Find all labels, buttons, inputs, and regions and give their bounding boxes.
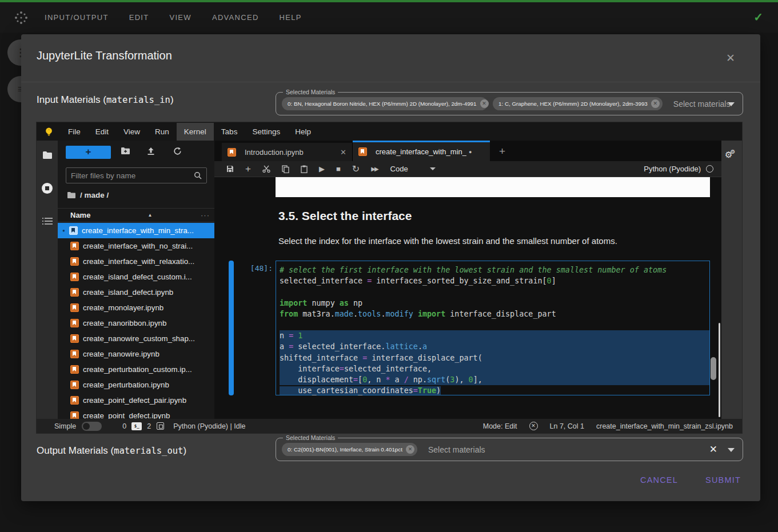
output-dropdown-caret-icon[interactable]	[728, 448, 735, 452]
app-menu-item-edit[interactable]: EDIT	[129, 13, 149, 22]
input-dropdown-caret-icon[interactable]	[728, 102, 735, 106]
notebook-file-icon	[70, 396, 79, 405]
tab-close-icon[interactable]: ✕	[336, 148, 346, 157]
restart-run-all-icon[interactable]: ▶▶	[371, 166, 377, 172]
cancel-button[interactable]: CANCEL	[639, 472, 679, 488]
file-row[interactable]: create_monolayer.ipynb	[58, 300, 214, 315]
simple-mode-toggle[interactable]	[82, 422, 102, 431]
add-tab-button[interactable]: +	[493, 145, 511, 161]
chip-remove-icon[interactable]: ✕	[406, 445, 414, 454]
execution-count: [48]:	[236, 264, 273, 273]
output-materials-label: Output Materials (materials_out)	[37, 445, 186, 457]
refresh-icon[interactable]	[173, 147, 182, 158]
table-of-contents-tab-icon[interactable]	[37, 217, 58, 227]
cell-collapser[interactable]	[229, 261, 234, 395]
file-row[interactable]: create_island_defect_custom.i...	[58, 269, 214, 285]
jupyter-menu-edit[interactable]: Edit	[88, 123, 116, 141]
save-icon[interactable]	[226, 165, 234, 173]
file-browser-tab-icon[interactable]	[37, 151, 58, 162]
file-row[interactable]: create_point_defect_pair.ipynb	[58, 393, 214, 408]
copy-cell-icon[interactable]	[282, 165, 289, 173]
add-cell-icon[interactable]: +	[245, 163, 251, 175]
jupyter-menu-kernel[interactable]: Kernel	[177, 123, 214, 141]
run-cell-icon[interactable]: ▶	[319, 165, 325, 173]
filter-files-input[interactable]: Filter files by name	[66, 167, 207, 183]
file-row[interactable]: create_nanoribbon.ipynb	[58, 315, 214, 331]
file-name: create_perturbation.ipynb	[83, 381, 169, 389]
code-line: displacement=[0, n * a / np.sqrt(3), 0],	[280, 374, 709, 385]
notebook-file-icon	[70, 303, 79, 312]
new-launcher-button[interactable]: +	[66, 146, 111, 159]
tab-introduction[interactable]: Introduction.ipynb ✕	[222, 143, 353, 161]
settings-gears-icon[interactable]: ⚙⚙	[725, 150, 737, 160]
dialog-footer: CANCEL SUBMIT	[21, 472, 742, 488]
jupyter-menu-tabs[interactable]: Tabs	[214, 123, 245, 141]
file-row[interactable]: create_point_defect.ipynb	[58, 408, 214, 419]
jupyter-menu-run[interactable]: Run	[147, 123, 177, 141]
notebook-file-icon	[70, 411, 79, 419]
header-more-icon[interactable]: ···	[201, 211, 210, 219]
output-materials-select[interactable]: Selected Materials 0: C2(001)-BN(001), I…	[276, 438, 743, 461]
section-heading: 3.5. Select the interface	[278, 209, 412, 223]
terminal-icon[interactable]: $_	[131, 422, 142, 430]
cursor-position[interactable]: Ln 7, Col 1	[550, 422, 584, 430]
chip-remove-icon[interactable]: ✕	[651, 99, 660, 108]
app-menu-item-help[interactable]: HELP	[280, 13, 302, 22]
app-logo-icon[interactable]	[14, 10, 29, 25]
trust-indicator-icon[interactable]: ✕	[529, 422, 538, 430]
dialog-close-icon[interactable]: ✕	[723, 51, 738, 66]
chip-remove-icon[interactable]: ✕	[480, 99, 489, 108]
selected-text: use_cartesian_coordinates=True)	[280, 386, 441, 395]
code-line: a = selected_interface.lattice.a	[280, 341, 709, 352]
restart-kernel-icon[interactable]: ↻	[352, 163, 360, 174]
app-menu-item-input-output[interactable]: INPUT/OUTPUT	[45, 13, 109, 22]
jupyter-menu-view[interactable]: View	[116, 123, 147, 141]
code-cell-editor[interactable]: # select the first interface with the lo…	[276, 261, 710, 395]
kernel-status-icon[interactable]	[706, 165, 713, 173]
filter-placeholder: Filter files by name	[71, 171, 194, 180]
paste-cell-icon[interactable]	[301, 165, 308, 173]
upload-icon[interactable]	[147, 147, 155, 158]
kernel-chip-icon[interactable]	[157, 422, 164, 430]
file-name: create_interface_with_relaxatio...	[83, 257, 194, 266]
output-select-placeholder: Select materials	[428, 445, 485, 454]
home-folder-icon	[67, 191, 76, 199]
jupyter-menu-help[interactable]: Help	[288, 123, 318, 141]
dock-scrollbar[interactable]	[719, 323, 720, 417]
file-row[interactable]: create_nanowire.ipynb	[58, 346, 214, 362]
notebook-file-icon	[70, 334, 79, 343]
breadcrumb[interactable]: / made /	[67, 191, 109, 199]
cell-type-select[interactable]: Code	[390, 165, 408, 173]
kernel-name[interactable]: Python (Pyodide)	[644, 165, 701, 173]
file-row[interactable]: create_perturbation_custom.ip...	[58, 362, 214, 377]
output-clear-icon[interactable]: ✕	[709, 443, 717, 455]
file-row[interactable]: ●create_interface_with_min_stra...	[58, 223, 214, 238]
file-row[interactable]: create_interface_with_relaxatio...	[58, 254, 214, 269]
stop-kernel-icon[interactable]: ■	[336, 165, 341, 173]
mode-indicator[interactable]: Mode: Edit	[483, 422, 517, 430]
tab-create-interface[interactable]: create_interface_with_min_ ●	[353, 141, 490, 161]
file-row[interactable]: create_island_defect.ipynb	[58, 285, 214, 300]
right-sidebar: ⚙⚙	[721, 141, 742, 419]
new-folder-icon[interactable]	[121, 147, 130, 157]
app-menu-item-view[interactable]: VIEW	[169, 13, 191, 22]
cut-cell-icon[interactable]	[262, 165, 270, 173]
jupyter-menu-file[interactable]: File	[61, 123, 88, 141]
scrollbar-thumb[interactable]	[711, 357, 716, 380]
app-menu-item-advanced[interactable]: ADVANCED	[212, 13, 259, 22]
input-materials-select[interactable]: Selected Materials 0: BN, Hexagonal Boro…	[276, 92, 743, 115]
cell-type-caret-icon[interactable]	[430, 167, 436, 170]
running-kernels-tab-icon[interactable]	[37, 183, 58, 196]
code-line: use_cartesian_coordinates=True)	[280, 385, 709, 396]
file-row[interactable]: create_perturbation.ipynb	[58, 377, 214, 393]
name-column-header: Name	[70, 211, 90, 219]
file-row[interactable]: create_nanowire_custom_shap...	[58, 331, 214, 346]
submit-button[interactable]: SUBMIT	[704, 472, 742, 488]
kernel-status-text[interactable]: Python (Pyodide) | Idle	[173, 422, 245, 430]
file-list-header[interactable]: Name ▲ ···	[58, 208, 214, 222]
jupyter-menu-settings[interactable]: Settings	[245, 123, 288, 141]
file-name: create_nanoribbon.ipynb	[83, 319, 166, 327]
input-material-chip-label: 0: BN, Hexagonal Boron Nitride, HEX (P6/…	[288, 101, 477, 107]
file-row[interactable]: create_interface_with_no_strai...	[58, 238, 214, 254]
file-browser-panel: + Filter files by name	[58, 141, 214, 419]
